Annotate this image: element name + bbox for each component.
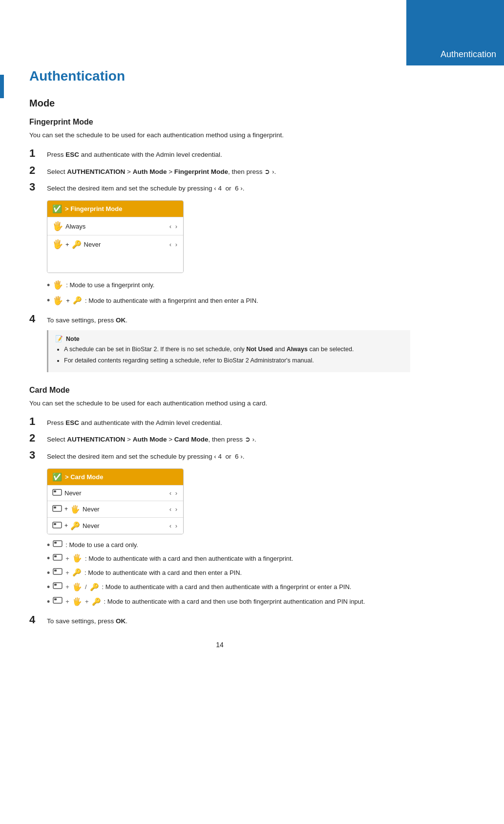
card-bullet-icon-5a: [53, 597, 63, 607]
card-device-row-3: + 🔑 Never ‹ ›: [47, 517, 183, 534]
card-device-row-2: + 🖐 Never ‹ ›: [47, 501, 183, 517]
svg-rect-1: [54, 490, 56, 492]
svg-rect-14: [53, 597, 62, 603]
svg-rect-2: [53, 506, 62, 511]
pin-icon-2: 🔑: [73, 295, 82, 306]
card-bullet-icon-4c: 🔑: [90, 582, 99, 593]
fingerprint-device-header: ✅ > Fingerprint Mode: [47, 201, 183, 217]
main-content: Authentication Mode Fingerprint Mode You…: [0, 0, 440, 693]
card-bullet-text-4: : Mode to authenticate with a card and t…: [102, 582, 352, 592]
card-bullet-icon-5c: 🔑: [92, 596, 101, 608]
card-step-1: 1 Press ESC and authenticate with the Ad…: [29, 416, 410, 428]
card-nav-arrows-1: ‹ ›: [169, 489, 178, 497]
card-bullet-icon-2b: 🖐: [72, 552, 82, 564]
card-bullets: • : Mode to use a card only. •: [47, 540, 410, 608]
card-mode-section: Card Mode You can set the schedule to be…: [29, 386, 410, 626]
card-bullet-text-1: : Mode to use a card only.: [65, 540, 138, 550]
fp-bullet-icon-1: 🖐: [53, 279, 63, 292]
card-bullet-5: • + 🖐 + 🔑 : Mode to authenticate with a …: [47, 596, 410, 608]
fp-bullet-text-1: : Mode to use a fingerprint only.: [66, 280, 154, 290]
svg-rect-3: [54, 507, 56, 508]
card-icon-3: [52, 522, 62, 530]
note-list: A schedule can be set in BioStar 2. If t…: [55, 345, 403, 365]
left-accent-bar: [0, 75, 4, 98]
fingerprint-bullet-2: • 🖐 + 🔑 : Mode to authenticate with a fi…: [47, 295, 410, 307]
card-bullet-icon-4a: [53, 582, 63, 592]
note-icon: 📝: [55, 335, 63, 342]
fingerprint-step-1: 1 Press ESC and authenticate with the Ad…: [29, 148, 410, 160]
fp-bullet-text-2: : Mode to authenticate with a fingerprin…: [85, 296, 258, 306]
svg-rect-13: [54, 584, 57, 586]
card-icon-1: [52, 489, 62, 497]
card-bullet-3: • + 🔑 : Mode to authenticate with a card…: [47, 567, 410, 578]
pin-icon-card-row: 🔑: [70, 521, 80, 530]
fingerprint-icon-card-row: 🖐: [70, 505, 80, 514]
fingerprint-device-row-2: 🖐 + 🔑 Never ‹ ›: [47, 235, 183, 253]
svg-rect-7: [54, 542, 57, 544]
header-title: Authentication: [441, 49, 496, 60]
svg-rect-8: [53, 554, 62, 560]
card-bullet-icon-2a: [53, 554, 63, 564]
card-bullet-text-3: : Mode to authenticate with a card and t…: [84, 568, 242, 578]
check-icon: ✅: [52, 204, 62, 213]
fp-bullet-icon-2: 🖐: [53, 295, 63, 307]
note-item-2: For detailed contents regarding setting …: [64, 356, 403, 365]
card-bullet-icon-5b: 🖐: [72, 596, 82, 608]
svg-rect-12: [53, 583, 62, 589]
nav-arrows-1: ‹ ›: [169, 223, 178, 230]
card-bullet-4: • + 🖐 / 🔑 : Mode to authenticate with a …: [47, 581, 410, 593]
card-bullet-icon-1: [53, 540, 63, 550]
card-step-3: 3 Select the desired item and set the sc…: [29, 450, 410, 462]
fingerprint-device-screen: ✅ > Fingerprint Mode 🖐 Always ‹ › 🖐 + 🔑 …: [47, 200, 184, 273]
fingerprint-icon-1: 🖐: [52, 221, 63, 232]
card-bullet-text-2: : Mode to authenticate with a card and t…: [85, 554, 293, 564]
card-device-title: > Card Mode: [65, 473, 103, 481]
note-title: 📝 Note: [55, 335, 403, 342]
card-mode-intro: You can set the schedule to be used for …: [29, 399, 410, 408]
nav-arrows-2: ‹ ›: [169, 241, 178, 248]
card-step-2: 2 Select AUTHENTICATION > Auth Mode > Ca…: [29, 433, 410, 444]
fingerprint-icon-2: 🖐: [52, 239, 63, 250]
svg-rect-4: [53, 522, 62, 528]
fingerprint-mode-intro: You can set the schedule to be used for …: [29, 130, 410, 140]
page-number: 14: [29, 641, 410, 663]
note-item-1: A schedule can be set in BioStar 2. If t…: [64, 345, 403, 354]
fingerprint-bullets: • 🖐 : Mode to use a fingerprint only. • …: [47, 279, 410, 307]
card-bullet-icon-3a: [53, 568, 63, 578]
card-mode-steps: 1 Press ESC and authenticate with the Ad…: [29, 416, 410, 462]
fingerprint-device-row-1: 🖐 Always ‹ ›: [47, 217, 183, 235]
card-device-row-1: Never ‹ ›: [47, 485, 183, 501]
fingerprint-device-title: > Fingerprint Mode: [65, 205, 122, 212]
fingerprint-mode-heading: Fingerprint Mode: [29, 118, 410, 127]
card-bullet-icon-4b: 🖐: [72, 581, 82, 593]
header-bar: Authentication: [406, 0, 504, 65]
svg-rect-10: [53, 569, 62, 574]
fingerprint-step-2: 2 Select AUTHENTICATION > Auth Mode > Fi…: [29, 165, 410, 177]
mode-heading: Mode: [29, 98, 410, 109]
svg-rect-0: [53, 489, 62, 495]
card-check-icon: ✅: [52, 472, 62, 482]
card-nav-arrows-3: ‹ ›: [169, 522, 178, 529]
card-bullet-2: • + 🖐 : Mode to authenticate with a card…: [47, 552, 410, 564]
svg-rect-15: [54, 598, 57, 600]
pin-icon-1: 🔑: [72, 240, 82, 249]
fingerprint-bullet-1: • 🖐 : Mode to use a fingerprint only.: [47, 279, 410, 292]
card-bullet-icon-3b: 🔑: [72, 567, 82, 578]
card-icon-2: [52, 505, 62, 513]
svg-rect-9: [54, 555, 57, 557]
fingerprint-step-4: 4 To save settings, press OK.: [29, 314, 410, 325]
fingerprint-mode-steps: 1 Press ESC and authenticate with the Ad…: [29, 148, 410, 193]
svg-rect-6: [53, 541, 62, 547]
card-bullet-text-5: : Mode to authenticate with a card and t…: [104, 597, 365, 607]
svg-rect-5: [54, 523, 56, 525]
fingerprint-step-3: 3 Select the desired item and set the sc…: [29, 182, 410, 193]
card-mode-heading: Card Mode: [29, 386, 410, 395]
card-device-header: ✅ > Card Mode: [47, 469, 183, 485]
card-nav-arrows-2: ‹ ›: [169, 506, 178, 513]
note-box: 📝 Note A schedule can be set in BioStar …: [47, 330, 410, 372]
card-step-4: 4 To save settings, press OK.: [29, 614, 410, 626]
page-title: Authentication: [29, 68, 410, 84]
card-bullet-1: • : Mode to use a card only.: [47, 540, 410, 550]
device-empty-space: [47, 253, 183, 273]
svg-rect-11: [54, 570, 57, 571]
